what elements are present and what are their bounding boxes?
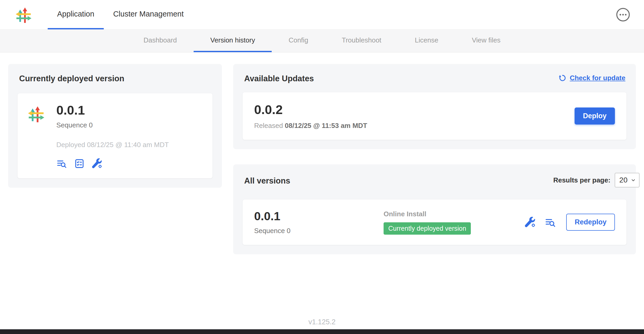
subnav-label: Config [288, 36, 308, 44]
subnav-label: Troubleshoot [342, 36, 381, 44]
row-sequence: Sequence 0 [254, 227, 384, 235]
version-row-info: 0.0.1 Sequence 0 [254, 209, 384, 235]
check-for-update-label: Check for update [570, 74, 625, 82]
subnav-item-config[interactable]: Config [272, 29, 325, 52]
kots-admin-console: Application Cluster Management Dashboard… [0, 0, 644, 334]
all-versions-header: All versions Results per page: 20 [243, 173, 626, 187]
results-per-page-label: Results per page: [553, 176, 610, 184]
ellipsis-icon [616, 7, 630, 22]
deployed-sequence: Sequence 0 [56, 121, 169, 129]
update-released-at: Released 08/12/25 @ 11:53 am MDT [254, 122, 367, 130]
released-date: 08/12/25 @ 11:53 am MDT [285, 122, 367, 130]
install-type: Online Install [384, 210, 471, 218]
deployed-version-number: 0.0.1 [56, 103, 169, 117]
deployed-timestamp: Deployed 08/12/25 @ 11:40 am MDT [56, 141, 169, 149]
subnav-item-license[interactable]: License [398, 29, 455, 52]
subnav-label: Dashboard [144, 36, 177, 44]
check-for-update-link[interactable]: Check for update [558, 74, 625, 82]
subnav-item-dashboard[interactable]: Dashboard [127, 29, 194, 52]
primary-tabs: Application Cluster Management [48, 0, 193, 29]
update-row: 0.0.2 Released 08/12/25 @ 11:53 am MDT D… [243, 92, 626, 140]
results-per-page-select[interactable]: 20 [615, 173, 640, 187]
update-version-number: 0.0.2 [254, 102, 367, 117]
tab-application-label: Application [57, 10, 94, 18]
right-column: Available Updates Check for update [233, 64, 636, 254]
subnav-item-version-history[interactable]: Version history [194, 29, 272, 52]
all-versions-title: All versions [244, 176, 290, 186]
results-per-page: Results per page: 20 [553, 173, 640, 187]
version-row-actions: Redeploy [525, 214, 615, 231]
chevron-down-icon [630, 177, 636, 183]
currently-deployed-title: Currently deployed version [19, 74, 212, 83]
preflight-checks-icon[interactable] [74, 158, 85, 169]
refresh-icon [558, 74, 567, 82]
deploy-logs-icon[interactable] [56, 158, 67, 169]
tab-application[interactable]: Application [48, 0, 104, 29]
subnav-item-view-files[interactable]: View files [455, 29, 517, 52]
available-updates-header: Available Updates Check for update [243, 72, 626, 83]
version-row: 0.0.1 Sequence 0 Online Install Currentl… [243, 200, 626, 245]
currently-deployed-card: Currently deployed version 0.0 [8, 64, 222, 188]
deploy-button[interactable]: Deploy [575, 107, 615, 125]
app-subnav: Dashboard Version history Config Trouble… [0, 29, 644, 52]
overflow-menu-button[interactable] [616, 7, 630, 22]
subnav-item-troubleshoot[interactable]: Troubleshoot [325, 29, 398, 52]
console-version: v1.125.2 [0, 318, 644, 326]
edit-config-icon[interactable] [525, 217, 536, 228]
main-content: Currently deployed version 0.0 [0, 52, 644, 254]
released-prefix: Released [254, 122, 283, 130]
row-version-number: 0.0.1 [254, 209, 384, 223]
top-navbar: Application Cluster Management [0, 0, 644, 29]
available-updates-card: Available Updates Check for update [233, 64, 636, 149]
deployed-version-panel: 0.0.1 Sequence 0 Deployed 08/12/25 @ 11:… [18, 93, 212, 178]
available-updates-title: Available Updates [244, 74, 314, 83]
version-row-status: Online Install Currently deployed versio… [384, 210, 471, 235]
edit-config-icon[interactable] [92, 158, 102, 169]
subnav-label: Version history [210, 36, 255, 44]
currently-deployed-badge: Currently deployed version [384, 222, 471, 235]
results-per-page-value: 20 [619, 176, 627, 184]
bottom-bar [0, 329, 644, 334]
redeploy-button[interactable]: Redeploy [566, 214, 615, 231]
subnav-label: License [415, 36, 438, 44]
app-logo-icon [28, 104, 44, 124]
subnav-label: View files [472, 36, 500, 44]
deployed-actions [56, 158, 169, 169]
all-versions-card: All versions Results per page: 20 0.0. [233, 164, 636, 254]
app-logo-icon [16, 6, 31, 24]
update-info: 0.0.2 Released 08/12/25 @ 11:53 am MDT [254, 102, 367, 130]
deploy-logs-icon[interactable] [545, 217, 556, 228]
tab-cluster-management-label: Cluster Management [113, 10, 184, 18]
tab-cluster-management[interactable]: Cluster Management [104, 0, 193, 29]
